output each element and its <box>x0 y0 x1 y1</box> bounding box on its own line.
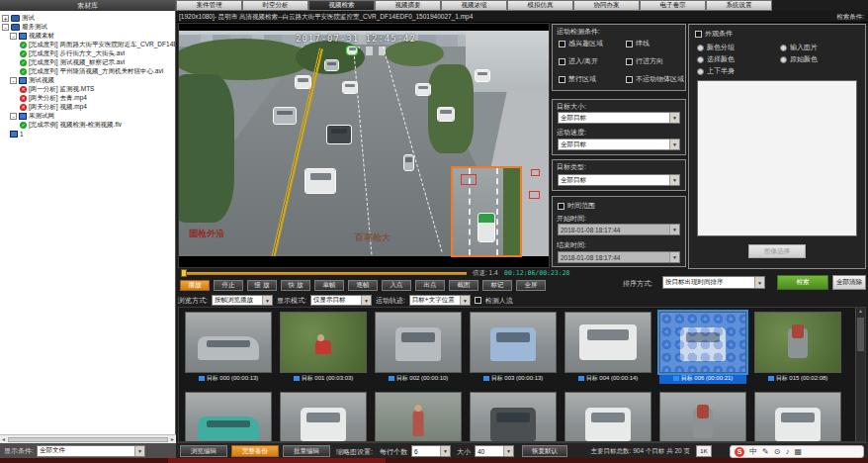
tab-spatiotemporal-analysis[interactable]: 时空分析 <box>242 0 308 11</box>
result-thumbnail[interactable] <box>564 392 651 442</box>
tab-collaboration[interactable]: 协同办案 <box>573 0 640 11</box>
tree-item[interactable]: +测试 <box>0 14 175 23</box>
batch-edit-button[interactable]: 批量编辑 <box>283 445 330 457</box>
tree-item[interactable]: -测试视频 <box>0 76 175 85</box>
motion-condition-title: 运动检测条件: <box>557 27 600 37</box>
motion-speed-select[interactable]: 全部目标▼ <box>558 139 680 150</box>
target-type-select[interactable]: 全部目标▼ <box>558 174 680 186</box>
tab-system-settings[interactable]: 系统设置 <box>706 0 772 11</box>
person-detect-checkbox[interactable] <box>475 297 481 304</box>
end-time-select[interactable]: 2018-01-08 18:17:44▼ <box>558 251 680 263</box>
ime-chinese-mode-icon[interactable]: 中 <box>749 446 757 457</box>
result-count-status: 主要目标总数: 904 个目标 共 20 页 <box>550 447 690 456</box>
chevron-down-icon: ▼ <box>440 446 450 456</box>
result-thumbnail[interactable]: 目标 003 (00:00:13) <box>470 312 557 384</box>
tripwire-checkbox[interactable] <box>626 41 633 47</box>
tree-item[interactable]: -果测试网 <box>0 112 175 121</box>
color-group-radio[interactable] <box>697 45 704 51</box>
tree-item[interactable]: ✓[完成度列] 两面路大街平安医院附近车_CVR_DF14EDF0_15 <box>0 41 175 49</box>
result-thumbnail[interactable]: 目标 004 (00:00:14) <box>564 312 651 384</box>
clear-all-button[interactable]: 全部清除 <box>832 275 866 290</box>
tree-item[interactable]: ✕[两关分析] 去青.mp4 <box>0 94 175 103</box>
expand-icon[interactable]: + <box>2 15 9 22</box>
ime-pen-icon[interactable]: ✎ <box>762 447 769 456</box>
browse-mode-select[interactable]: 按帧浏览播放▼ <box>212 295 273 306</box>
per-row-select[interactable]: 6▼ <box>411 445 451 457</box>
trajectory-select[interactable]: 目标+文字位置▼ <box>409 295 471 306</box>
scrollbar-thumb[interactable] <box>857 318 864 351</box>
sogou-logo-icon[interactable]: S <box>735 447 744 457</box>
result-thumbnail[interactable] <box>375 392 462 442</box>
result-thumbnail-selected[interactable]: 目标 006 (00:00:21) <box>659 312 746 384</box>
folder-icon <box>11 15 20 22</box>
scroll-left-arrow-icon[interactable]: ◄ <box>1 436 6 442</box>
tab-simulation[interactable]: 模拟仿真 <box>507 0 573 11</box>
input-image-radio[interactable] <box>780 45 787 51</box>
ime-toolbar[interactable]: S 中 ✎ ⊙ ♪ ▦ <box>730 445 864 458</box>
tree <box>385 41 444 66</box>
thumb-size-select[interactable]: 40▼ <box>475 445 514 457</box>
collapse-icon[interactable]: - <box>10 77 17 84</box>
result-thumbnail[interactable] <box>470 392 557 442</box>
display-mode-select[interactable]: 仅显示目标▼ <box>310 295 372 306</box>
video-player[interactable]: 2017-07-31 12:45:42 固枪外沿 百草枪大 <box>178 23 550 268</box>
forbidden-zone-checkbox[interactable] <box>559 76 565 83</box>
result-thumbnail[interactable] <box>185 392 272 442</box>
direction-checkbox[interactable] <box>626 58 633 65</box>
vehicle-image <box>490 327 536 361</box>
result-thumbnail[interactable]: 目标 015 (00:02:08) <box>754 312 841 384</box>
full-backup-button[interactable]: 完整备份 <box>231 445 279 457</box>
file-filter-select[interactable]: 全部文件▼ <box>37 445 145 457</box>
tab-video-summary[interactable]: 视频摘要 <box>375 0 441 11</box>
vertical-scrollbar[interactable]: ▲ <box>855 308 865 441</box>
sort-select[interactable]: 按目标出现时间排序▼ <box>662 276 765 289</box>
result-thumbnail[interactable]: 目标 000 (00:00:13) <box>185 312 272 384</box>
image-select-button[interactable]: 图像选择 <box>748 244 806 258</box>
static-object-checkbox[interactable] <box>626 76 633 83</box>
bottom-window-edge <box>0 458 868 463</box>
page-indicator[interactable]: 1K <box>696 445 712 457</box>
pick-color-radio[interactable] <box>697 56 704 63</box>
film-icon <box>483 376 489 381</box>
browse-edit-button[interactable]: 浏览编辑 <box>180 445 227 457</box>
horizontal-scrollbar[interactable]: ◄► <box>0 434 176 443</box>
tree-item[interactable]: ✓[完成度列] 平州隆清视频_方周机关村辖中心.avi <box>0 67 175 76</box>
target-size-select[interactable]: 全部目标▼ <box>558 112 680 124</box>
tree-item[interactable]: -视频素材 <box>0 32 175 41</box>
tree-item[interactable]: ✓[完成示例] 视频检测-检测视频.flv <box>0 121 175 130</box>
tab-e-dossier[interactable]: 电子卷宗 <box>640 0 706 11</box>
tree-item[interactable]: 1 <box>0 130 175 139</box>
tree-item[interactable]: ✕[两一分析] 监测视.MTS <box>0 85 175 94</box>
material-tree: +测试 -服务测试 -视频素材 ✓[完成度列] 两面路大街平安医院附近车_CVR… <box>0 11 175 434</box>
result-thumbnail[interactable] <box>280 392 367 442</box>
tree-item[interactable]: ✓[完成度列] 步行街方文_大街头.avi <box>0 49 175 58</box>
tab-video-search[interactable]: 视频检索 <box>308 0 375 11</box>
scroll-right-arrow-icon[interactable]: ► <box>170 436 175 442</box>
original-color-radio[interactable] <box>780 56 787 63</box>
tree-item[interactable]: -服务测试 <box>0 23 175 32</box>
result-thumbnail[interactable] <box>659 392 746 442</box>
collapse-icon[interactable]: - <box>10 113 17 120</box>
tree-item[interactable]: ✕[两天分析] 视频.mp4 <box>0 103 175 112</box>
tab-case-management[interactable]: 案件管理 <box>176 0 242 11</box>
time-range-checkbox[interactable] <box>558 203 564 210</box>
appearance-checkbox[interactable] <box>695 31 702 38</box>
enter-leave-checkbox[interactable] <box>559 58 565 65</box>
start-time-select[interactable]: 2018-01-08 18:17:44▼ <box>558 224 680 235</box>
result-thumbnail[interactable] <box>754 392 841 442</box>
ime-keyboard-icon[interactable]: ▦ <box>794 447 802 456</box>
ime-emoji-icon[interactable]: ⊙ <box>774 447 781 456</box>
upper-lower-body-radio[interactable] <box>697 68 704 75</box>
browse-mode-label: 浏览方式: <box>178 296 208 306</box>
scrollbar-thumb[interactable] <box>8 437 168 442</box>
result-thumbnail[interactable]: 目标 001 (00:03:03) <box>280 312 367 384</box>
tree-item[interactable]: ✓[完成度列] 测试视频_标察记示.avi <box>0 58 175 67</box>
inset-red-marker <box>461 174 477 185</box>
collapse-icon[interactable]: - <box>2 24 9 31</box>
roi-checkbox[interactable] <box>559 41 565 47</box>
collapse-icon[interactable]: - <box>10 33 17 40</box>
ime-voice-icon[interactable]: ♪ <box>785 447 789 456</box>
search-button[interactable]: 检索 <box>777 275 828 290</box>
result-thumbnail[interactable]: 目标 002 (00:00:10) <box>375 312 462 384</box>
tab-video-condense[interactable]: 视频浓缩 <box>441 0 507 11</box>
